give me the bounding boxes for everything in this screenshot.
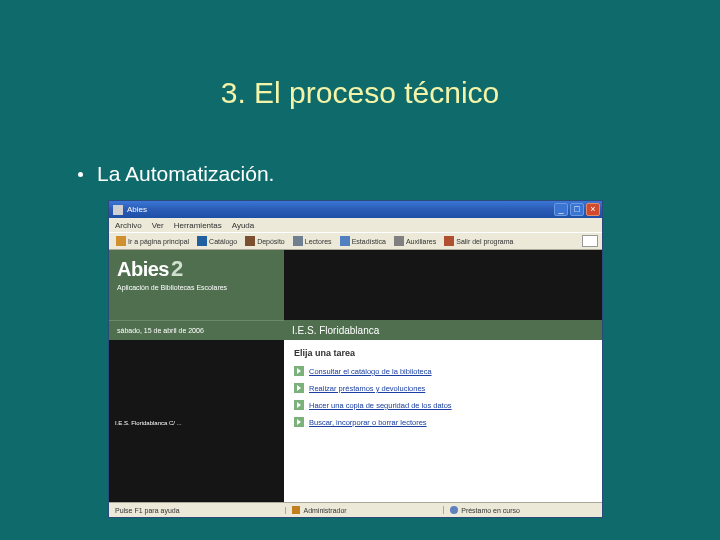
user-icon	[292, 506, 300, 514]
toolbar-home-button[interactable]: Ir a página principal	[113, 235, 192, 247]
database-icon	[394, 236, 404, 246]
bullet-item: La Automatización.	[78, 162, 274, 186]
slide-title: 3. El proceso técnico	[0, 76, 720, 110]
task-link-readers[interactable]: Buscar, incorporar o borrar lectores	[294, 417, 592, 427]
task-link-loans[interactable]: Realizar préstamos y devoluciones	[294, 383, 592, 393]
brand-panel: Abies 2 Aplicación de Bibliotecas Escola…	[109, 250, 284, 320]
app-icon	[113, 205, 123, 215]
status-help: Pulse F1 para ayuda	[109, 507, 286, 514]
task-link-label: Consultar el catálogo de la biblioteca	[309, 367, 432, 376]
left-info-panel: I.E.S. Floridablanca C/ ...	[109, 340, 284, 502]
menu-ayuda[interactable]: Ayuda	[232, 221, 255, 230]
toolbar-readers-button[interactable]: Lectores	[290, 235, 335, 247]
window-title: Abies	[127, 205, 147, 214]
book-icon	[197, 236, 207, 246]
task-link-label: Buscar, incorporar o borrar lectores	[309, 418, 427, 427]
chart-icon	[340, 236, 350, 246]
right-column: I.E.S. Floridablanca Elija una tarea Con…	[284, 250, 602, 502]
arrow-icon	[294, 383, 304, 393]
left-column: Abies 2 Aplicación de Bibliotecas Escola…	[109, 250, 284, 502]
banner-dark	[284, 250, 602, 320]
task-link-label: Realizar préstamos y devoluciones	[309, 384, 425, 393]
school-band: I.E.S. Floridablanca	[284, 320, 602, 340]
toolbar-aux-button[interactable]: Auxiliares	[391, 235, 439, 247]
brand-name: Abies	[117, 258, 169, 281]
box-icon	[245, 236, 255, 246]
people-icon	[293, 236, 303, 246]
app-body: Abies 2 Aplicación de Bibliotecas Escola…	[109, 250, 602, 502]
bullet-text: La Automatización.	[97, 162, 274, 186]
task-link-label: Hacer una copia de seguridad de los dato…	[309, 401, 452, 410]
status-clock: Préstamo en curso	[444, 506, 602, 514]
brand-subtitle: Aplicación de Bibliotecas Escolares	[117, 284, 276, 291]
toolbar-stats-button[interactable]: Estadística	[337, 235, 389, 247]
window-titlebar[interactable]: Abies _ □ ×	[109, 201, 602, 218]
toolbar-catalog-button[interactable]: Catálogo	[194, 235, 240, 247]
menu-herramientas[interactable]: Herramientas	[174, 221, 222, 230]
menu-ver[interactable]: Ver	[152, 221, 164, 230]
exit-icon	[444, 236, 454, 246]
task-area: Elija una tarea Consultar el catálogo de…	[284, 340, 602, 502]
bullet-dot-icon	[78, 172, 83, 177]
status-user: Administrador	[286, 506, 444, 514]
arrow-icon	[294, 417, 304, 427]
brand-version: 2	[171, 256, 183, 282]
arrow-icon	[294, 366, 304, 376]
arrow-icon	[294, 400, 304, 410]
menu-bar: Archivo Ver Herramientas Ayuda	[109, 218, 602, 232]
task-heading: Elija una tarea	[294, 348, 592, 358]
menu-archivo[interactable]: Archivo	[115, 221, 142, 230]
task-link-catalog[interactable]: Consultar el catálogo de la biblioteca	[294, 366, 592, 376]
toolbar: Ir a página principal Catálogo Depósito …	[109, 232, 602, 250]
home-icon	[116, 236, 126, 246]
date-band: sábado, 15 de abril de 2006	[109, 320, 284, 340]
toolbar-right-box[interactable]	[582, 235, 598, 247]
maximize-button[interactable]: □	[570, 203, 584, 216]
close-button[interactable]: ×	[586, 203, 600, 216]
minimize-button[interactable]: _	[554, 203, 568, 216]
status-bar: Pulse F1 para ayuda Administrador Présta…	[109, 502, 602, 517]
toolbar-exit-button[interactable]: Salir del programa	[441, 235, 516, 247]
abies-app-window: Abies _ □ × Archivo Ver Herramientas Ayu…	[108, 200, 603, 518]
clock-icon	[450, 506, 458, 514]
toolbar-deposit-button[interactable]: Depósito	[242, 235, 288, 247]
task-link-backup[interactable]: Hacer una copia de seguridad de los dato…	[294, 400, 592, 410]
